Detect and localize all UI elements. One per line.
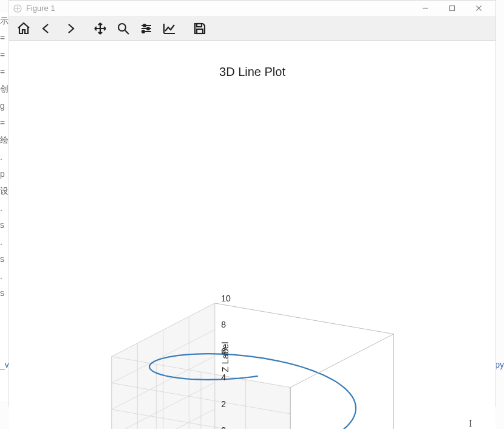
maximize-button[interactable] <box>438 1 465 16</box>
axes-3d: −1.0−0.50.00.51.0−1.0−0.50.00.51.0024681… <box>70 235 435 429</box>
svg-rect-2 <box>449 6 454 11</box>
toolbar-separator <box>182 19 188 38</box>
toolbar-separator <box>82 19 88 38</box>
svg-rect-9 <box>197 24 202 27</box>
configure-subplots-button[interactable] <box>135 19 157 38</box>
edit-axis-button[interactable] <box>158 19 180 38</box>
code-gutter-fragment: 示===创g =绘. p设. s. s. s <box>0 12 9 401</box>
svg-line-49 <box>290 334 393 388</box>
svg-point-8 <box>142 30 145 33</box>
plot-canvas[interactable]: 3D Line Plot −1.0−0.50.00.51.0−1.0−0.50.… <box>9 65 495 429</box>
forward-button[interactable] <box>59 19 81 38</box>
svg-text:4: 4 <box>221 372 226 382</box>
figure-window: Figure 1 <box>9 0 496 407</box>
svg-text:8: 8 <box>221 320 226 329</box>
svg-text:2: 2 <box>221 399 226 409</box>
svg-text:10: 10 <box>221 293 231 303</box>
save-button[interactable] <box>189 19 211 38</box>
back-button[interactable] <box>36 19 58 38</box>
svg-line-50 <box>214 303 393 334</box>
pan-button[interactable] <box>89 19 111 38</box>
svg-text:0: 0 <box>221 425 226 429</box>
svg-rect-10 <box>197 29 203 33</box>
chart-title: 3D Line Plot <box>9 65 495 79</box>
svg-point-7 <box>147 27 149 30</box>
text-cursor-icon: I <box>469 418 474 428</box>
code-fragment-left: _v <box>0 360 9 369</box>
code-fragment-right: py <box>495 360 504 369</box>
mpl-toolbar <box>9 16 495 41</box>
zoom-button[interactable] <box>112 19 134 38</box>
window-title: Figure 1 <box>26 4 55 13</box>
app-icon <box>13 4 22 13</box>
svg-point-5 <box>118 24 126 31</box>
minimize-button[interactable] <box>412 1 438 16</box>
close-button[interactable] <box>465 1 492 16</box>
titlebar: Figure 1 <box>9 1 495 16</box>
svg-point-6 <box>143 24 146 27</box>
home-button[interactable] <box>13 19 35 38</box>
svg-text:Z Label: Z Label <box>219 341 230 372</box>
